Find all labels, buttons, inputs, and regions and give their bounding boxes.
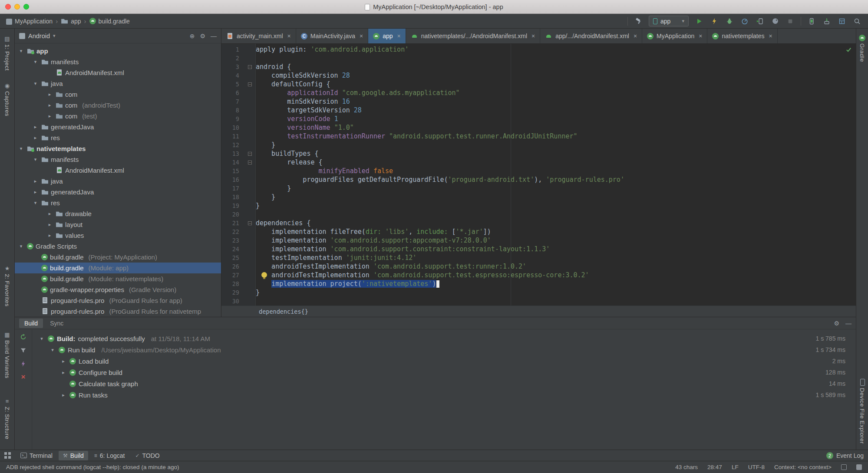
- tree-expand-icon[interactable]: ▸: [46, 92, 53, 97]
- tree-expand-icon[interactable]: ▾: [32, 200, 39, 206]
- tree-expand-icon[interactable]: ▸: [46, 211, 53, 217]
- code-line-21[interactable]: 21–dependencies {: [221, 219, 856, 227]
- editor-tab-app[interactable]: app×: [368, 29, 406, 43]
- code-line-1[interactable]: 1apply plugin: 'com.android.application': [221, 45, 856, 54]
- tool-window-button-6-logcat[interactable]: ≡6: Logcat: [90, 451, 129, 460]
- fold-icon[interactable]: –: [248, 65, 252, 69]
- status-item-28-47[interactable]: 28:47: [707, 464, 722, 470]
- tree-item-com[interactable]: ▸com: [15, 89, 221, 100]
- code-line-10[interactable]: 10 versionName "1.0": [221, 123, 856, 132]
- tool-window-button-todo[interactable]: ✓TODO: [131, 451, 164, 460]
- status-item-utf-8[interactable]: UTF-8: [748, 464, 765, 470]
- code-line-25[interactable]: 25 testImplementation 'junit:junit:4.12': [221, 253, 856, 262]
- tree-item-nativetemplates[interactable]: ▾nativetemplates: [15, 143, 221, 154]
- indicator-icon[interactable]: [856, 464, 862, 470]
- debug-button[interactable]: [725, 16, 734, 26]
- build-row-load-build[interactable]: ▸Load build2 ms: [32, 355, 856, 367]
- fold-icon[interactable]: –: [248, 82, 252, 86]
- fold-icon[interactable]: –: [248, 161, 252, 164]
- tree-item-app[interactable]: ▾app: [15, 46, 221, 56]
- make-project-button[interactable]: [634, 16, 643, 26]
- tool-window-button-terminal[interactable]: >_Terminal: [16, 451, 57, 460]
- breadcrumb-element[interactable]: dependencies{}: [259, 308, 308, 315]
- tree-expand-icon[interactable]: ▸: [46, 222, 53, 227]
- code-line-18[interactable]: 18 }: [221, 193, 856, 201]
- profiler-button[interactable]: [740, 16, 749, 26]
- status-item-lf[interactable]: LF: [732, 464, 739, 470]
- tree-item-layout[interactable]: ▸layout: [15, 219, 221, 230]
- code-line-9[interactable]: 9 versionCode 1: [221, 115, 856, 123]
- editor-tab-myapplication[interactable]: MyApplication×: [642, 29, 707, 43]
- tree-item-build-gradle-project-myapplication[interactable]: build.gradle(Project: MyApplication): [15, 252, 221, 263]
- code-line-22[interactable]: 22 implementation fileTree(dir: 'libs', …: [221, 227, 856, 236]
- tree-item-manifests[interactable]: ▾manifests: [15, 56, 221, 67]
- code-line-8[interactable]: 8 targetSdkVersion 28: [221, 106, 856, 115]
- tree-item-gradle-scripts[interactable]: ▾Gradle Scripts: [15, 241, 221, 252]
- code-line-15[interactable]: 15 minifyEnabled false: [221, 167, 856, 175]
- stripe-button-build-variants[interactable]: ▦Build Variants: [0, 332, 14, 378]
- tree-expand-icon[interactable]: ▸: [60, 358, 67, 364]
- tree-expand-icon[interactable]: ▸: [46, 102, 53, 108]
- tree-expand-icon[interactable]: ▾: [32, 157, 39, 162]
- tree-expand-icon[interactable]: ▾: [49, 347, 56, 353]
- tree-item-drawable[interactable]: ▸drawable: [15, 208, 221, 219]
- tree-expand-icon[interactable]: ▸: [46, 233, 53, 238]
- run-configuration-select[interactable]: app ▾: [649, 16, 689, 26]
- stop-button[interactable]: [785, 16, 795, 26]
- tree-item-androidmanifest-xml[interactable]: AndroidManifest.xml: [15, 67, 221, 78]
- build-row-calculate-task-graph[interactable]: Calculate task graph14 ms: [32, 378, 856, 389]
- layout-inspector-button[interactable]: [837, 16, 847, 26]
- tree-expand-icon[interactable]: ▸: [46, 113, 53, 119]
- code-line-24[interactable]: 24 implementation 'com.android.support.c…: [221, 245, 856, 253]
- tree-item-com-androidtest[interactable]: ▸com(androidTest): [15, 100, 221, 111]
- tree-item-manifests[interactable]: ▾manifests: [15, 154, 221, 165]
- tool-window-switcher-icon[interactable]: [4, 452, 11, 459]
- tree-item-com-test[interactable]: ▸com(test): [15, 111, 221, 122]
- tree-expand-icon[interactable]: ▸: [32, 178, 39, 184]
- tree-item-build-gradle-module-app[interactable]: build.gradle(Module: app): [15, 263, 221, 273]
- code-line-19[interactable]: 19}: [221, 201, 856, 210]
- close-icon[interactable]: ×: [287, 33, 291, 39]
- tree-expand-icon[interactable]: ▾: [38, 336, 45, 342]
- stripe-button-1-project[interactable]: ▤1: Project: [0, 36, 14, 71]
- tree-item-gradle-wrapper-properties-gradle-version[interactable]: gradle-wrapper.properties(Gradle Version…: [15, 284, 221, 295]
- stripe-button-2-favorites[interactable]: ★2: Favorites: [0, 266, 14, 306]
- settings-gear-button[interactable]: ⚙: [200, 33, 205, 39]
- close-icon[interactable]: ×: [634, 33, 637, 39]
- build-row-run-build[interactable]: ▾Run build/Users/jweisbaum/Desktop/MyApp…: [32, 344, 856, 355]
- stripe-button-gradle[interactable]: Gradle: [856, 35, 868, 62]
- tree-expand-icon[interactable]: ▸: [32, 135, 39, 141]
- build-row-configure-build[interactable]: ▸Configure build128 ms: [32, 367, 856, 378]
- tree-expand-icon[interactable]: ▾: [17, 48, 25, 54]
- tree-item-res[interactable]: ▾res: [15, 197, 221, 208]
- search-everywhere-button[interactable]: [852, 16, 862, 26]
- editor-tab-nativetemplates-androidmanifest-xml[interactable]: nativetemplates/.../AndroidManifest.xml×: [406, 29, 541, 43]
- tree-expand-icon[interactable]: ▾: [17, 243, 25, 249]
- tree-item-proguard-rules-pro-proguard-rules-for-ap[interactable]: proguard-rules.pro(ProGuard Rules for ap…: [15, 295, 221, 306]
- editor-tab-nativetemplates[interactable]: nativetemplates×: [707, 29, 777, 43]
- intention-bulb-icon[interactable]: [261, 272, 267, 278]
- tree-item-generatedjava[interactable]: ▸generatedJava: [15, 187, 221, 197]
- code-line-6[interactable]: 6 applicationId "com.google.ads.myapplic…: [221, 89, 856, 97]
- tree-expand-icon[interactable]: ▸: [60, 392, 67, 398]
- code-line-17[interactable]: 17 }: [221, 184, 856, 193]
- build-row-run-tasks[interactable]: ▸Run tasks1 s 589 ms: [32, 389, 856, 401]
- tree-expand-icon[interactable]: ▾: [32, 81, 39, 86]
- code-line-30[interactable]: 30: [221, 297, 856, 305]
- project-view-selector[interactable]: Android: [28, 33, 50, 39]
- breadcrumb-item-myapplication[interactable]: MyApplication: [6, 18, 53, 25]
- stripe-button-z-structure[interactable]: ≡Z: Structure: [0, 398, 14, 439]
- run-button[interactable]: [694, 16, 704, 26]
- code-editor[interactable]: 1apply plugin: 'com.android.application'…: [221, 44, 856, 305]
- attach-debugger-button[interactable]: [755, 16, 765, 26]
- code-line-28[interactable]: 28 implementation project(':nativetempla…: [221, 279, 856, 288]
- tree-expand-icon[interactable]: ▾: [17, 146, 25, 151]
- build-tab[interactable]: Build: [19, 319, 43, 328]
- code-line-7[interactable]: 7 minSdkVersion 16: [221, 97, 856, 106]
- toggle-output-button[interactable]: [20, 361, 26, 368]
- code-line-11[interactable]: 11 testInstrumentationRunner "android.su…: [221, 132, 856, 141]
- close-icon[interactable]: ×: [769, 33, 772, 39]
- code-line-4[interactable]: 4 compileSdkVersion 28: [221, 71, 856, 80]
- tree-item-build-gradle-module-nativetemplates[interactable]: build.gradle(Module: nativetemplates): [15, 273, 221, 284]
- rerun-build-button[interactable]: [20, 334, 26, 342]
